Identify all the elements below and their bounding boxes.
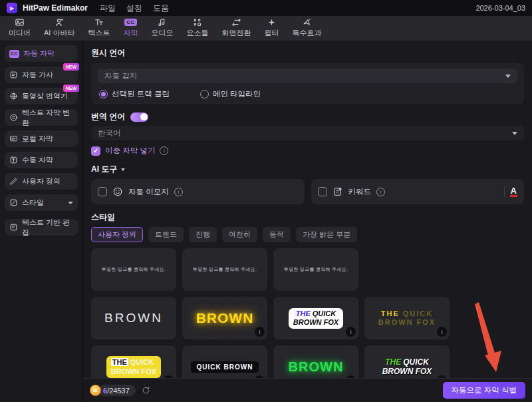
keyword-checkbox[interactable] <box>318 187 327 196</box>
chip-progress[interactable]: 진행 <box>189 227 217 242</box>
style-text: BROWN <box>104 311 163 325</box>
sidebar-item-style[interactable]: 스타일 <box>5 194 78 211</box>
translation-toggle[interactable] <box>130 112 148 122</box>
transition-icon <box>231 17 241 27</box>
chip-highlight[interactable]: 가장 밝은 부분 <box>296 227 357 242</box>
style-card-yellow-highlight[interactable]: THEQUICK BROWN FOX ↓ <box>91 345 176 378</box>
download-icon[interactable]: ↓ <box>437 327 447 337</box>
refresh-button[interactable] <box>142 386 150 395</box>
menu-settings[interactable]: 설정 <box>126 3 142 14</box>
auto-emoji-checkbox[interactable] <box>98 187 107 196</box>
sidebar-item-label: 스타일 <box>22 198 44 208</box>
sidebar-item-local-subtitle[interactable]: 로컬 자막 <box>5 130 78 147</box>
info-icon[interactable]: i <box>376 188 385 196</box>
auto-recognize-subtitle-button[interactable]: 자동으로 자막 식별 <box>443 382 525 399</box>
style-card-white-sticker[interactable]: THEQUICK BROWN FOX ↓ <box>273 297 358 339</box>
source-language-box: 자동 감지 선택된 트랙 클립 메인 타임라인 <box>91 63 524 104</box>
style-section-label: 스타일 <box>91 212 524 223</box>
tab-label: 필터 <box>264 28 279 38</box>
auto-subtitle-panel: 원시 언어 자동 감지 선택된 트랙 클립 메인 타임라인 번역 언어 한국어 … <box>83 41 532 378</box>
tab-label: 자막 <box>123 28 138 38</box>
translation-language-select[interactable]: 한국어 <box>91 126 524 140</box>
tab-effects[interactable]: 특수효과 <box>286 16 327 39</box>
sidebar-item-manual-subtitle[interactable]: 수동 자막 <box>5 152 78 168</box>
ai-avatar-icon <box>55 17 65 27</box>
style-card-sample-2[interactable]: 투명한 잉크를 클릭해 주세요. <box>182 248 267 291</box>
auto-emoji-label: 자동 이모지 <box>128 187 169 197</box>
radio-label: 메인 타임라인 <box>213 89 261 99</box>
tab-filter[interactable]: 필터 <box>258 16 285 39</box>
radio-selected-track-clip[interactable]: 선택된 트랙 클립 <box>99 89 170 99</box>
sidebar-item-text-subtitle-convert[interactable]: 텍스트 자막 변환 <box>5 109 78 126</box>
font-color-button[interactable]: A <box>510 186 517 197</box>
sidebar-item-custom[interactable]: 사용자 정의 <box>5 173 78 190</box>
credits-pill: 6 /24537 <box>98 385 136 396</box>
play-glyph: ▶ <box>10 5 14 11</box>
elements-icon <box>192 17 202 27</box>
style-card-green-italic[interactable]: THEQUICK BROWN FOX ↓ <box>364 345 450 378</box>
subtitle-cc-icon: CC <box>124 19 137 26</box>
sidebar-item-video-translator[interactable]: 동영상 번역기 NEW <box>5 88 78 104</box>
sidebar-item-text-based-edit[interactable]: 텍스트 기반 편집 <box>5 219 78 236</box>
sample-text: 투명한 잉크를 클릭해 주세요. <box>284 266 348 273</box>
tab-label: AI 아바타 <box>44 28 74 38</box>
sidebar-item-label: 텍스트 기반 편집 <box>22 218 73 238</box>
style-card-yellow-dim[interactable]: THE QUICK BROWN FOX ↓ <box>364 297 450 339</box>
style-card-brown-green-glow[interactable]: BROWN ↓ <box>273 345 358 378</box>
style-text: THE QUICK BROWN FOX <box>378 309 436 327</box>
style-card-sample-3[interactable]: 투명한 잉크를 클릭해 주세요. <box>273 248 358 291</box>
new-badge: NEW <box>63 85 79 92</box>
tab-label: 요소들 <box>186 28 208 38</box>
tab-transition[interactable]: 화면전환 <box>215 16 257 39</box>
menu-file[interactable]: 파일 <box>100 3 116 14</box>
tab-text[interactable]: 텍스트 <box>82 16 116 39</box>
chip-dynamic[interactable]: 동적 <box>263 227 291 242</box>
track-scope-radio-group: 선택된 트랙 클립 메인 타임라인 <box>98 89 517 99</box>
style-card-black-pill[interactable]: QUICK BROWN ↓ <box>182 345 267 378</box>
chip-trend[interactable]: 트렌드 <box>148 227 184 242</box>
tab-subtitle[interactable]: CC 자막 <box>117 16 144 39</box>
radio-on-icon <box>99 90 108 99</box>
sample-text: 투명한 잉크를 클릭해 주세요. <box>102 266 166 273</box>
new-badge: NEW <box>63 63 79 71</box>
tab-ai-avatar[interactable]: AI 아바타 <box>38 16 80 39</box>
sidebar-item-label: 텍스트 자막 변환 <box>22 108 73 128</box>
sidebar-item-auto-lyrics[interactable]: 자동 가사 NEW <box>5 67 78 83</box>
style-card-brown-yellow-glow[interactable]: BROWN ↓ <box>182 297 267 339</box>
audio-icon <box>157 17 167 27</box>
chip-custom[interactable]: 사용자 정의 <box>91 227 143 242</box>
ai-tools-label: AI 도구 <box>91 164 117 175</box>
chevron-down-icon <box>121 168 125 171</box>
info-icon[interactable]: i <box>174 188 183 196</box>
style-card-sample-1[interactable]: 투명한 잉크를 클릭해 주세요. <box>91 248 176 291</box>
style-text: BROWN <box>196 310 254 326</box>
style-text: QUICK BROWN <box>191 361 259 373</box>
style-card-brown-plain[interactable]: BROWN <box>91 297 176 339</box>
ai-tools-header[interactable]: AI 도구 <box>91 164 524 175</box>
sidebar: CC 자동 자막 자동 가사 NEW 동영상 번역기 NEW 텍스트 자막 변환… <box>0 41 83 402</box>
tab-audio[interactable]: 오디오 <box>145 16 179 39</box>
dual-subtitle-checkbox[interactable]: ✓ <box>91 146 100 156</box>
menu-help[interactable]: 도움 <box>153 3 169 14</box>
sidebar-item-label: 수동 자막 <box>22 155 53 165</box>
download-icon[interactable]: ↓ <box>346 327 356 337</box>
globe-icon <box>9 92 18 100</box>
download-icon[interactable]: ↓ <box>255 327 265 337</box>
tab-media[interactable]: 미디어 <box>3 16 37 39</box>
sidebar-item-label: 로컬 자막 <box>22 134 53 144</box>
media-icon <box>15 17 25 27</box>
chip-still[interactable]: 여전히 <box>222 227 257 242</box>
tab-elements[interactable]: 요소들 <box>180 16 214 39</box>
sidebar-item-auto-subtitle[interactable]: CC 자동 자막 <box>5 45 78 62</box>
source-language-select[interactable]: 자동 감지 <box>98 69 517 83</box>
footer-bar: AI 6 /24537 자동으로 자막 식별 <box>83 378 532 402</box>
style-filter-chips: 사용자 정의 트렌드 진행 여전히 동적 가장 밝은 부분 <box>91 227 524 242</box>
sidebar-item-label: 동영상 번역기 <box>22 91 68 101</box>
keyword-doc-icon <box>332 186 343 197</box>
radio-main-timeline[interactable]: 메인 타임라인 <box>200 89 261 99</box>
info-icon[interactable]: i <box>160 146 168 155</box>
style-text: THEQUICK BROWN FOX <box>289 308 343 329</box>
radio-label: 선택된 트랙 클립 <box>112 89 170 99</box>
smiley-icon <box>112 186 123 197</box>
chevron-down-icon <box>68 202 73 204</box>
